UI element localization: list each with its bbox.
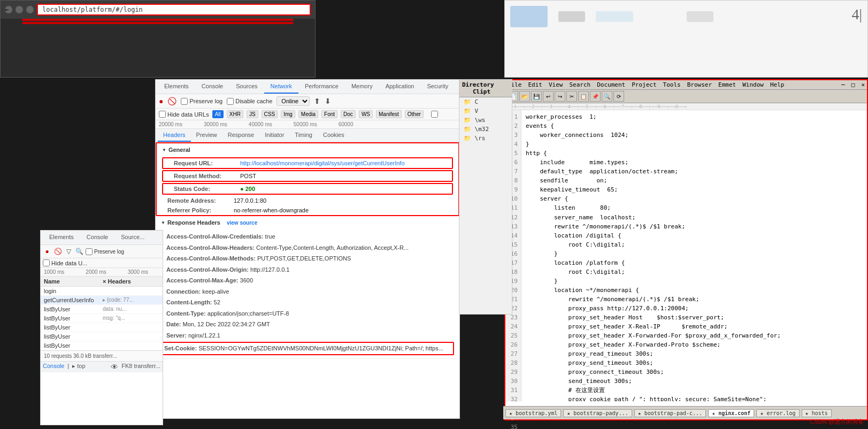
download-icon[interactable]: ⬇ <box>325 97 331 105</box>
browser-forward-btn[interactable] <box>16 6 23 13</box>
menu-emmet[interactable]: Emmet <box>718 81 736 88</box>
taskbar-tab-bootstrap-yml[interactable]: ★ bootstrap.yml <box>505 409 561 417</box>
mini-search-icon[interactable]: 🔍 <box>75 247 83 256</box>
editor-open-btn[interactable]: 📂 <box>519 91 530 102</box>
tab-sources[interactable]: Sources <box>229 80 264 94</box>
taskbar-tab-error-log[interactable]: ★ error.log <box>756 409 799 417</box>
filter-other-btn[interactable]: Other <box>405 110 424 118</box>
file-tree-item-ws[interactable]: 📁 \ws <box>459 116 512 125</box>
file-tree-item-rs[interactable]: 📁 \rs <box>459 134 512 143</box>
filter-font-btn[interactable]: Font <box>321 110 337 118</box>
mini-preserve-log-checkbox[interactable] <box>86 248 93 255</box>
detail-tab-preview[interactable]: Preview <box>191 129 222 142</box>
editor-find-btn[interactable]: 🔍 <box>602 91 612 102</box>
clear-btn[interactable]: 🚫 <box>167 97 176 105</box>
editor-undo-btn[interactable]: ↩ <box>543 91 554 102</box>
filter-xhr-btn[interactable]: XHR <box>227 110 243 118</box>
disable-cache-checkbox[interactable] <box>227 98 234 105</box>
csdn-watermark: CSDN @远方的博客 <box>810 418 864 426</box>
tab-memory[interactable]: Memory <box>345 80 379 94</box>
filter-media-btn[interactable]: Media <box>298 110 318 118</box>
menu-search[interactable]: Search <box>570 81 591 88</box>
browser-refresh-btn[interactable] <box>26 6 34 13</box>
tab-elements[interactable]: Elements <box>158 80 195 94</box>
detail-tab-cookies[interactable]: Cookies <box>318 129 350 142</box>
browser-address-bar[interactable]: localhost/platform/#/login <box>37 4 311 16</box>
editor-close-btn[interactable]: ✕ <box>861 81 865 88</box>
mini-status-bar: 10 requests 36.0 kB transferr... <box>41 350 163 361</box>
editor-redo-btn[interactable]: ↪ <box>555 91 565 102</box>
menu-document[interactable]: Document <box>597 81 625 88</box>
list-item-listbyuser5[interactable]: listByUser <box>41 341 163 350</box>
browser-back-btn[interactable]: ← <box>5 6 12 13</box>
tab-performance[interactable]: Performance <box>298 80 345 94</box>
list-item-login[interactable]: login <box>41 287 163 296</box>
mini-clear-icon[interactable]: 🚫 <box>53 247 62 256</box>
tab-network[interactable]: Network <box>264 80 298 94</box>
header-row-set-cookie: Set-Cookie: SESSION=OGYwNTg5ZDEtNWVhMS00… <box>161 342 454 355</box>
filter-ws-btn[interactable]: WS <box>359 110 373 118</box>
editor-paste-btn[interactable]: 📌 <box>590 91 601 102</box>
upload-icon[interactable]: ⬆ <box>314 97 320 105</box>
menu-window[interactable]: Window <box>742 81 764 88</box>
tab-security[interactable]: Security <box>420 80 455 94</box>
filter-doc-btn[interactable]: Doc <box>341 110 356 118</box>
tab-application[interactable]: Application <box>379 80 421 94</box>
editor-max-btn[interactable]: □ <box>851 81 855 88</box>
list-item-listbyuser1[interactable]: listByUser data: nu... <box>41 305 163 314</box>
menu-view[interactable]: View <box>549 81 563 88</box>
editor-min-btn[interactable]: ─ <box>841 81 845 88</box>
editor-copy-btn[interactable]: 📋 <box>578 91 589 102</box>
taskbar-tab-hosts[interactable]: ★ hosts <box>802 409 832 417</box>
mini-tab-console[interactable]: Console <box>80 231 114 244</box>
view-source-btn[interactable]: view source <box>227 220 257 226</box>
editor-code-content[interactable]: worker_processes 1; events { worker_conn… <box>521 110 867 401</box>
menu-browser[interactable]: Browser <box>687 81 712 88</box>
menu-tools[interactable]: Tools <box>663 81 681 88</box>
general-section-header: ▼ General <box>157 143 458 156</box>
filter-all-btn[interactable]: All <box>212 110 224 118</box>
file-tree-item-m32[interactable]: 📁 \m32 <box>459 125 512 134</box>
mini-hide-data-checkbox[interactable] <box>43 259 50 266</box>
menu-project[interactable]: Project <box>632 81 656 88</box>
list-item-login-name: login <box>44 288 103 294</box>
list-item-listbyuser3[interactable]: listByUser <box>41 323 163 332</box>
detail-tab-headers[interactable]: Headers <box>158 129 191 142</box>
detail-tab-initiator[interactable]: Initiator <box>259 129 289 142</box>
detail-tab-timing[interactable]: Timing <box>289 129 318 142</box>
tab-console[interactable]: Console <box>195 80 229 94</box>
has-blocked-checkbox[interactable] <box>431 111 438 118</box>
filter-js-btn[interactable]: JS <box>247 110 258 118</box>
record-btn[interactable]: ● <box>159 97 163 105</box>
editor-replace-btn[interactable]: ⟳ <box>613 91 624 102</box>
menu-help[interactable]: Help <box>770 81 785 88</box>
preserve-log-text: Preserve log <box>189 98 222 104</box>
menu-edit[interactable]: Edit <box>528 81 543 88</box>
mini-tab-sources[interactable]: Source... <box>114 231 151 244</box>
mini-tab-elements[interactable]: Elements <box>43 231 80 244</box>
mini-preserve-log-label: Preserve log <box>86 248 124 255</box>
editor-ruler: ----1----+----2----+----3----+----4----+… <box>505 103 867 110</box>
online-select[interactable]: Online <box>276 96 310 106</box>
mini-filter-icon[interactable]: ▽ <box>64 247 73 256</box>
taskbar-tab-bootstrap-pad-c[interactable]: ★ bootstrap-pad-c... <box>634 409 706 417</box>
editor-save-btn[interactable]: 💾 <box>531 91 542 102</box>
filter-img-btn[interactable]: Img <box>281 110 295 118</box>
editor-cut-btn[interactable]: ✂ <box>566 91 577 102</box>
filter-manifest-btn[interactable]: Manifest <box>376 110 402 118</box>
list-item-listbyuser4[interactable]: listByUser <box>41 332 163 341</box>
mini-eye-icon[interactable]: 👁 <box>111 363 118 371</box>
file-tree-item-v[interactable]: 📁 V <box>459 106 512 116</box>
preserve-log-checkbox[interactable] <box>181 98 188 105</box>
taskbar-tab-nginx-conf[interactable]: ★ nginx.conf <box>708 409 754 417</box>
mini-console-tab[interactable]: Console <box>43 363 64 371</box>
mini-record-icon[interactable]: ● <box>43 247 51 256</box>
taskbar-tab-bootstrap-pady[interactable]: ★ bootstrap-pady... <box>563 409 632 417</box>
hide-data-urls-checkbox[interactable] <box>159 111 166 118</box>
filter-css-btn[interactable]: CSS <box>262 110 278 118</box>
list-item-getcurrentuserinfo[interactable]: getCurrentUserInfo ▸ {code: 77... <box>41 296 163 305</box>
mini-top-btn[interactable]: ▸ top <box>72 363 85 371</box>
list-item-listbyuser2[interactable]: listByUser msg: "q... <box>41 314 163 323</box>
detail-tab-response[interactable]: Response <box>222 129 260 142</box>
file-tree-item-c[interactable]: 📁 C <box>459 97 512 106</box>
